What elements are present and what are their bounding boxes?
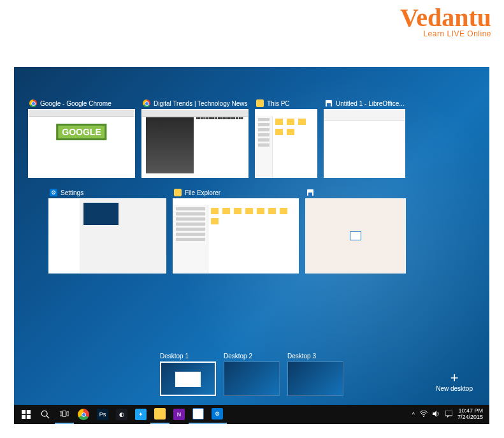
virtual-desktop-thumbnail — [224, 361, 280, 396]
search-button[interactable] — [36, 405, 55, 424]
brand-name: Vedantu — [400, 6, 491, 29]
svg-rect-11 — [445, 411, 452, 416]
taskbar-app-tweetdeck[interactable]: ✦ — [131, 405, 150, 424]
svg-rect-3 — [27, 415, 31, 419]
virtual-desktop-thumbnail — [287, 361, 343, 396]
window-thumbnail: GOOGLE — [28, 109, 135, 178]
window-thumbnail — [255, 109, 317, 178]
search-icon — [41, 410, 50, 419]
svg-rect-7 — [63, 411, 66, 416]
taskbar: Ps ◐ ✦ N ⚙ ^ 10:47 PM 7/24/2015 — [14, 405, 489, 424]
svg-rect-6 — [60, 412, 62, 416]
page-icon — [350, 231, 361, 240]
window-row-2: ⚙ Settings File Explorer — [48, 187, 406, 274]
new-desktop-label: New desktop — [436, 385, 473, 392]
document-icon — [325, 99, 333, 107]
window-title: Digital Trends | Technology News and... — [154, 100, 248, 107]
wifi-icon[interactable] — [420, 411, 428, 418]
window-digital-trends[interactable]: Digital Trends | Technology News and... … — [141, 98, 248, 178]
chrome-icon — [143, 99, 150, 107]
taskbar-app-settings[interactable]: ⚙ — [208, 405, 227, 424]
start-button[interactable] — [17, 405, 36, 424]
clock-date: 7/24/2015 — [457, 414, 483, 421]
taskbar-app-steam[interactable]: ◐ — [112, 405, 131, 424]
virtual-desktop-thumbnail — [160, 361, 216, 396]
window-this-pc[interactable]: This PC — [255, 98, 317, 178]
window-google-chrome[interactable]: Google - Google Chrome GOOGLE — [28, 98, 135, 178]
svg-point-4 — [41, 411, 47, 416]
folder-icon — [256, 99, 264, 107]
clock[interactable]: 10:47 PM 7/24/2015 — [457, 408, 483, 421]
virtual-desktop-label: Desktop 1 — [160, 353, 216, 360]
task-view-button[interactable] — [55, 405, 74, 424]
virtual-desktop-3[interactable]: Desktop 3 — [287, 353, 343, 396]
folder-icon — [174, 189, 182, 196]
task-view: Google - Google Chrome GOOGLE Digital Tr… — [14, 67, 489, 424]
chrome-icon — [78, 409, 89, 420]
svg-rect-0 — [22, 410, 25, 414]
task-view-icon — [60, 409, 69, 418]
tray-chevron-icon[interactable]: ^ — [412, 411, 415, 418]
new-desktop-button[interactable]: + New desktop — [436, 371, 473, 392]
window-title: Google - Google Chrome — [40, 100, 112, 107]
window-thumbnail — [173, 198, 299, 274]
taskbar-app-chrome[interactable] — [74, 405, 93, 424]
window-thumbnail — [305, 198, 406, 274]
svg-rect-2 — [22, 415, 25, 419]
gear-icon: ⚙ — [212, 408, 223, 420]
taskbar-app-libreoffice[interactable] — [189, 405, 208, 424]
notifications-icon[interactable] — [445, 411, 452, 419]
svg-line-5 — [47, 416, 49, 418]
gear-icon: ⚙ — [50, 189, 57, 196]
svg-rect-8 — [67, 412, 69, 416]
svg-point-9 — [423, 416, 424, 417]
document-icon — [306, 189, 314, 196]
vedantu-logo: Vedantu Learn LIVE Online — [400, 6, 491, 38]
onenote-icon: N — [173, 409, 185, 420]
folder-icon — [154, 408, 166, 420]
photoshop-icon: Ps — [97, 409, 108, 420]
system-tray: ^ 10:47 PM 7/24/2015 — [412, 408, 487, 421]
window-libreoffice[interactable]: Untitled 1 - LibreOffice... — [324, 98, 405, 178]
svg-marker-10 — [433, 411, 436, 417]
virtual-desktop-2[interactable]: Desktop 2 — [224, 353, 280, 396]
window-row-1: Google - Google Chrome GOOGLE Digital Tr… — [28, 98, 405, 178]
window-file-explorer[interactable]: File Explorer — [173, 187, 299, 274]
window-thumbnail — [48, 198, 166, 274]
virtual-desktop-label: Desktop 2 — [224, 353, 280, 360]
window-thumbnail — [324, 109, 405, 178]
plus-icon: + — [436, 371, 473, 385]
windows-icon — [22, 410, 31, 419]
window-title: Untitled 1 - LibreOffice... — [336, 100, 405, 107]
chrome-icon — [29, 99, 37, 107]
google-doodle: GOOGLE — [56, 124, 106, 140]
window-title: File Explorer — [185, 189, 220, 196]
steam-icon: ◐ — [116, 409, 127, 420]
window-thumbnail: ███ ███ ██ ████ ██ ███ ██████ ███ ██ ███ — [141, 109, 248, 178]
virtual-desktop-label: Desktop 3 — [287, 353, 343, 360]
taskbar-app-onenote[interactable]: N — [169, 405, 189, 424]
document-icon — [192, 408, 204, 420]
svg-rect-1 — [27, 410, 31, 414]
window-untitled[interactable] — [305, 187, 406, 274]
virtual-desktops-strip: Desktop 1 Desktop 2 Desktop 3 — [14, 353, 489, 396]
window-title: Settings — [61, 189, 83, 196]
virtual-desktop-1[interactable]: Desktop 1 — [160, 353, 216, 396]
window-settings[interactable]: ⚙ Settings — [48, 187, 166, 274]
volume-icon[interactable] — [433, 411, 440, 418]
taskbar-app-photoshop[interactable]: Ps — [93, 405, 112, 424]
twitter-icon: ✦ — [135, 409, 147, 420]
window-title: This PC — [267, 100, 290, 107]
taskbar-app-file-explorer[interactable] — [150, 405, 169, 424]
